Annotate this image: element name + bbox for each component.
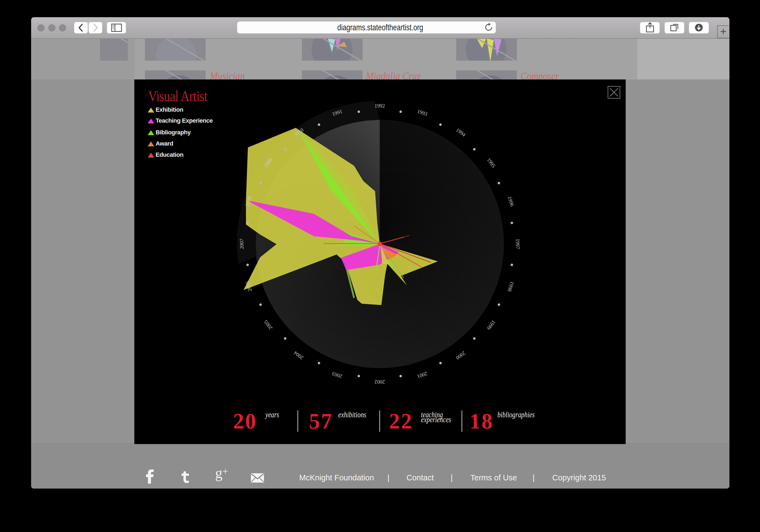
svg-text:1994: 1994 xyxy=(455,127,466,138)
svg-text:1992: 1992 xyxy=(375,103,385,109)
svg-text:1996: 1996 xyxy=(507,196,515,207)
svg-text:1998: 1998 xyxy=(507,281,515,293)
svg-text:2004: 2004 xyxy=(293,350,305,361)
svg-text:2007: 2007 xyxy=(239,239,245,249)
svg-text:2003: 2003 xyxy=(331,371,343,380)
svg-text:2001: 2001 xyxy=(417,371,428,380)
svg-text:2002: 2002 xyxy=(375,379,385,385)
svg-text:1997: 1997 xyxy=(515,239,521,249)
svg-text:1995: 1995 xyxy=(486,157,497,169)
svg-text:2005: 2005 xyxy=(263,319,273,331)
svg-text:2000: 2000 xyxy=(455,350,466,361)
svg-text:1999: 1999 xyxy=(486,319,497,331)
svg-text:1993: 1993 xyxy=(417,109,428,117)
